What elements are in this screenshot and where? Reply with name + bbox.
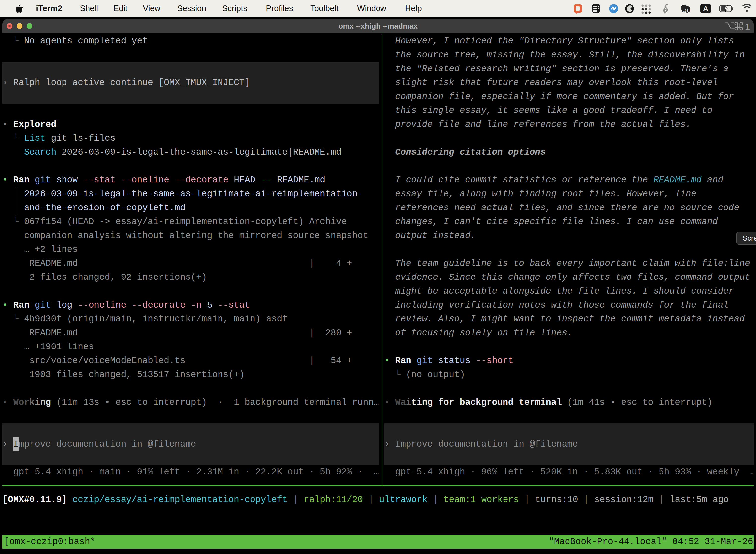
svg-text:..61: ..61 bbox=[683, 9, 688, 12]
svg-text:1: 1 bbox=[745, 22, 750, 31]
